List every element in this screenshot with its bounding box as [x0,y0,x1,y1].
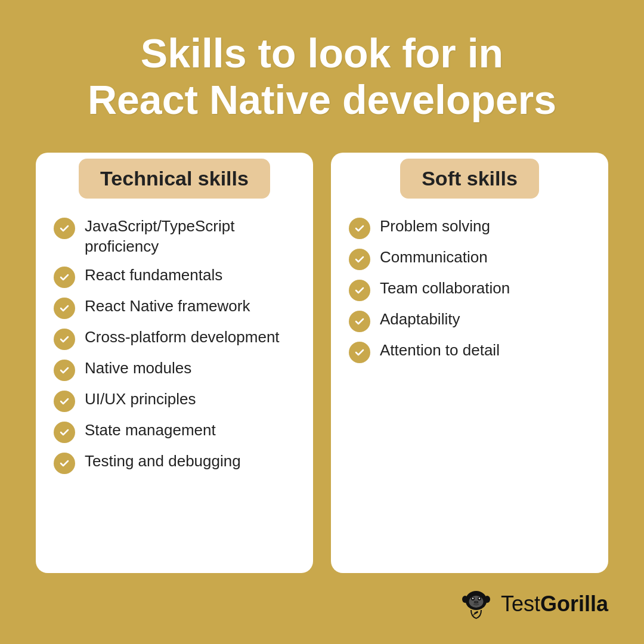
check-icon [54,298,75,319]
check-icon [54,391,75,412]
svg-point-1 [462,596,468,603]
skill-text: Attention to detail [380,340,500,361]
list-item: Testing and debugging [54,451,295,474]
skill-text: Testing and debugging [85,451,241,472]
soft-skills-list: Problem solving Communication Team colla… [349,216,590,363]
svg-point-10 [476,601,478,602]
soft-skills-title: Soft skills [422,167,518,190]
check-icon [54,329,75,350]
check-icon [349,280,370,301]
soft-skills-card: Soft skills Problem solving Communicatio… [331,153,608,573]
skill-text: Team collaboration [380,278,510,299]
technical-skills-title: Technical skills [100,167,249,190]
check-icon [349,311,370,332]
check-icon [54,360,75,381]
check-icon [349,218,370,239]
check-icon [54,267,75,288]
logo-section: TestGorilla [36,587,608,620]
technical-skills-header: Technical skills [79,159,270,199]
testgorilla-logo-icon [460,587,493,620]
list-item: React fundamentals [54,265,295,288]
svg-point-9 [474,601,475,602]
svg-point-2 [484,596,490,603]
list-item: React Native framework [54,296,295,319]
soft-skills-header: Soft skills [400,159,539,199]
list-item: Team collaboration [349,278,590,301]
technical-skills-card: Technical skills JavaScript/TypeScript p… [36,153,313,573]
svg-point-7 [479,597,480,599]
main-title: Skills to look for in React Native devel… [88,30,556,123]
skill-text: JavaScript/TypeScript proficiency [85,216,295,257]
check-icon [54,422,75,443]
svg-point-6 [472,597,473,599]
list-item: JavaScript/TypeScript proficiency [54,216,295,257]
logo-name-regular: Test [501,592,540,616]
skill-text: Problem solving [380,216,490,237]
skill-text: State management [85,420,216,441]
list-item: Native modules [54,358,295,381]
skill-text: Native modules [85,358,191,379]
title-line1: Skills to look for in [141,30,503,76]
list-item: State management [54,420,295,443]
skill-text: React Native framework [85,296,250,317]
skill-text: React fundamentals [85,265,222,286]
list-item: Attention to detail [349,340,590,363]
logo-name-bold: Gorilla [540,592,608,616]
list-item: Problem solving [349,216,590,239]
skill-text: Communication [380,247,488,268]
list-item: Communication [349,247,590,270]
list-item: UI/UX principles [54,389,295,412]
skill-text: UI/UX principles [85,389,196,410]
skill-text: Cross-platform development [85,327,280,348]
check-icon [54,218,75,239]
list-item: Adaptability [349,309,590,332]
title-line2: React Native developers [88,77,556,122]
check-icon [349,342,370,363]
check-icon [54,453,75,474]
check-icon [349,249,370,270]
logo-text: TestGorilla [501,592,608,617]
list-item: Cross-platform development [54,327,295,350]
skill-text: Adaptability [380,309,460,330]
technical-skills-list: JavaScript/TypeScript proficiency React … [54,216,295,474]
page-wrapper: Skills to look for in React Native devel… [0,0,644,644]
cards-row: Technical skills JavaScript/TypeScript p… [36,153,608,573]
